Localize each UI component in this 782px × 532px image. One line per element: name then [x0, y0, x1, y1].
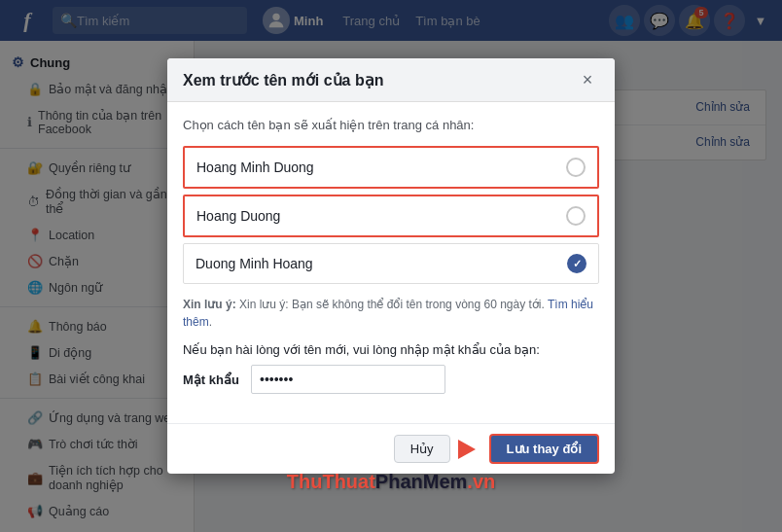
modal-close-button[interactable]: × — [576, 68, 599, 91]
modal-subtitle: Chọn cách tên bạn sẽ xuất hiện trên tran… — [183, 118, 599, 132]
password-input[interactable] — [251, 365, 445, 394]
radio-option-2[interactable] — [566, 206, 586, 226]
password-prompt: Nếu bạn hài lòng với tên mới, vui lòng n… — [183, 342, 599, 357]
modal-footer: Hủy Lưu thay đổi — [167, 423, 615, 474]
modal-overlay: Xem trước tên mới của bạn × Chọn cách tê… — [0, 0, 782, 532]
name-option-3[interactable]: Duong Minh Hoang — [183, 243, 599, 284]
watermark-domain: .vn — [467, 471, 495, 492]
name-option-3-text: Duong Minh Hoang — [196, 256, 313, 271]
password-row: Mật khẩu — [183, 365, 599, 394]
name-option-1-text: Hoang Minh Duong — [196, 160, 314, 175]
modal-body: Chọn cách tên bạn sẽ xuất hiện trên tran… — [167, 102, 615, 423]
arrow-indicator — [458, 440, 476, 459]
save-button[interactable]: Lưu thay đổi — [489, 434, 599, 464]
radio-option-1[interactable] — [566, 158, 586, 177]
watermark-prefix: ThuThuat — [287, 471, 375, 492]
watermark-suffix: PhanMem — [375, 471, 467, 492]
name-option-1[interactable]: Hoang Minh Duong — [183, 146, 599, 189]
save-with-arrow: Lưu thay đổi — [458, 434, 599, 464]
radio-option-3[interactable] — [567, 254, 586, 273]
arrow-right-icon — [458, 440, 476, 459]
modal-header: Xem trước tên mới của bạn × — [167, 58, 615, 102]
modal-title: Xem trước tên mới của bạn — [183, 71, 384, 89]
cancel-button[interactable]: Hủy — [394, 435, 450, 463]
name-option-2-text: Hoang Duong — [196, 208, 280, 224]
modal-dialog: Xem trước tên mới của bạn × Chọn cách tê… — [167, 58, 615, 474]
password-label: Mật khẩu — [183, 372, 241, 387]
modal-notice: Xin lưu ý: Xin lưu ý: Bạn sẽ không thể đ… — [183, 296, 599, 331]
watermark: ThuThuatPhanMem.vn — [287, 471, 495, 493]
name-option-2[interactable]: Hoang Duong — [183, 195, 599, 237]
